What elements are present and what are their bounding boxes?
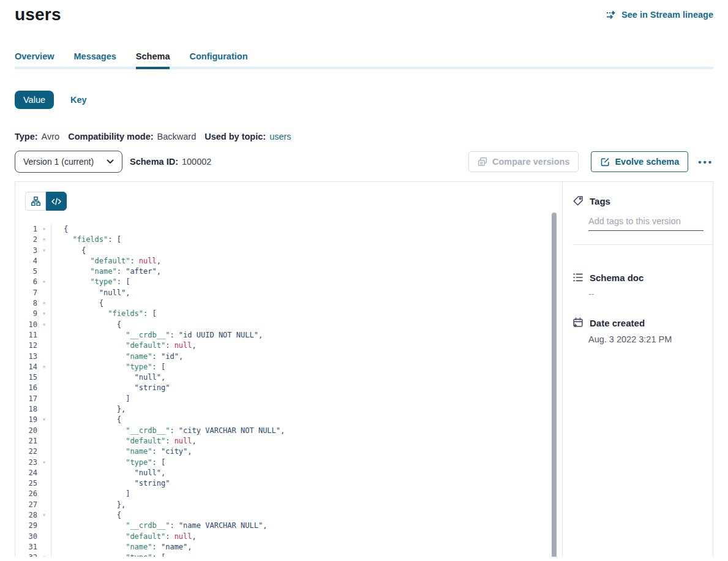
code-line: 31 "name": "name",: [15, 542, 562, 552]
line-number: 28: [15, 510, 37, 521]
fold-toggle-icon[interactable]: ▼: [37, 235, 51, 245]
code-token: ,: [280, 426, 285, 435]
code-token: null: [139, 257, 157, 265]
code-token: "name": [161, 543, 187, 551]
code-token: "type": [126, 363, 152, 371]
code-token: {: [64, 320, 121, 329]
code-token: "__crdb__": [126, 426, 170, 435]
code-token: [64, 437, 126, 445]
code-token: null: [174, 437, 192, 445]
code-text: "type": [: [64, 362, 165, 372]
code-line: 21 "default": null,: [15, 436, 562, 446]
code-token: :: [170, 331, 178, 339]
calendar-plus-icon: [572, 317, 584, 328]
fold-toggle-icon[interactable]: ▼: [37, 224, 51, 235]
fold-toggle-icon[interactable]: ▼: [37, 415, 51, 425]
line-number: 17: [15, 394, 37, 404]
version-select[interactable]: Version 1 (current): [15, 151, 122, 173]
code-token: :: [165, 341, 174, 350]
fold-spacer: [37, 330, 51, 341]
fold-spacer: [37, 500, 51, 510]
code-view-button[interactable]: [46, 192, 67, 211]
code-token: null: [174, 532, 192, 541]
tab-messages[interactable]: Messages: [74, 51, 116, 61]
page-title: users: [15, 5, 61, 24]
line-number: 4: [15, 256, 37, 266]
fold-spacer: [37, 478, 51, 489]
fold-spacer: [37, 426, 51, 436]
tree-view-button[interactable]: [25, 192, 46, 211]
fold-toggle-icon[interactable]: ▼: [37, 457, 51, 468]
fold-toggle-icon[interactable]: ▼: [37, 298, 51, 309]
tab-overview[interactable]: Overview: [15, 51, 54, 61]
code-token: "null": [135, 373, 161, 382]
more-options-icon[interactable]: •••: [698, 157, 713, 167]
code-text: "type": [: [64, 552, 165, 557]
code-token: "default": [126, 437, 165, 445]
code-line: 14▼ "type": [: [15, 362, 562, 372]
line-number: 21: [15, 436, 37, 446]
code-token: [64, 267, 90, 276]
code-text: "__crdb__": "name VARCHAR NULL",: [64, 521, 267, 531]
tags-title: Tags: [590, 196, 610, 206]
fold-toggle-icon[interactable]: ▼: [37, 362, 51, 372]
code-text: ]: [64, 394, 130, 404]
code-line: 13 "name": "id",: [15, 352, 562, 362]
fold-spacer: [37, 446, 51, 457]
fold-toggle-icon[interactable]: ▼: [37, 277, 51, 287]
code-line: 3▼ {: [15, 246, 562, 256]
compare-versions-button[interactable]: Compare versions: [468, 151, 579, 172]
code-token: : [: [108, 235, 121, 244]
code-token: :: [170, 426, 178, 435]
code-token: "string": [135, 479, 170, 488]
code-token: {: [64, 511, 121, 519]
fold-toggle-icon[interactable]: ▼: [37, 510, 51, 521]
fold-toggle-icon[interactable]: ▼: [37, 320, 51, 330]
line-number: 13: [15, 352, 37, 362]
code-line: 29 "__crdb__": "name VARCHAR NULL",: [15, 521, 562, 531]
code-line: 32▼ "type": [: [15, 552, 562, 557]
line-number: 10: [15, 320, 37, 330]
evolve-schema-button[interactable]: Evolve schema: [591, 151, 688, 172]
code-text: "default": null,: [64, 436, 197, 446]
code-text: "__crdb__": "id UUID NOT NULL",: [64, 330, 263, 341]
used-by-topic-link[interactable]: users: [269, 132, 291, 141]
fold-spacer: [37, 266, 51, 277]
code-token: [64, 277, 90, 286]
line-number: 12: [15, 341, 37, 351]
fold-toggle-icon[interactable]: ▼: [37, 309, 51, 319]
code-text: "default": null,: [64, 341, 197, 351]
code-token: "__crdb__": [126, 521, 170, 530]
see-in-stream-lineage-link[interactable]: See in Stream lineage: [606, 10, 713, 20]
line-number: 6: [15, 277, 37, 287]
value-toggle-button[interactable]: Value: [15, 91, 54, 109]
fold-toggle-icon[interactable]: ▼: [37, 246, 51, 256]
schema-code-pane: 1▼{2▼ "fields": [3▼ {4 "default": null,5…: [15, 182, 562, 557]
code-token: [64, 331, 126, 339]
tab-schema[interactable]: Schema: [136, 51, 170, 61]
code-token: "type": [126, 553, 152, 557]
code-token: :: [170, 521, 178, 530]
code-line: 18 },: [15, 404, 562, 415]
code-scrollbar[interactable]: [552, 213, 557, 557]
key-toggle-link[interactable]: Key: [70, 95, 87, 105]
fold-spacer: [37, 489, 51, 499]
code-token: : [: [143, 309, 157, 318]
code-line: 1▼{: [15, 224, 562, 235]
code-token: :: [117, 267, 126, 276]
tab-configuration[interactable]: Configuration: [189, 51, 247, 61]
code-text: {: [64, 298, 103, 309]
code-token: : [: [152, 553, 166, 557]
code-token: "default": [126, 532, 165, 541]
add-tags-input[interactable]: [588, 215, 704, 231]
fold-toggle-icon[interactable]: ▼: [37, 552, 51, 557]
code-token: : [: [152, 458, 166, 467]
code-text: "fields": [: [64, 309, 157, 319]
code-token: [64, 426, 126, 435]
code-token: ,: [126, 288, 130, 297]
code-token: {: [64, 225, 68, 233]
code-text: {: [64, 246, 86, 256]
line-number: 2: [15, 235, 37, 245]
code-line: 16 "string": [15, 383, 562, 393]
line-number: 32: [15, 552, 37, 557]
